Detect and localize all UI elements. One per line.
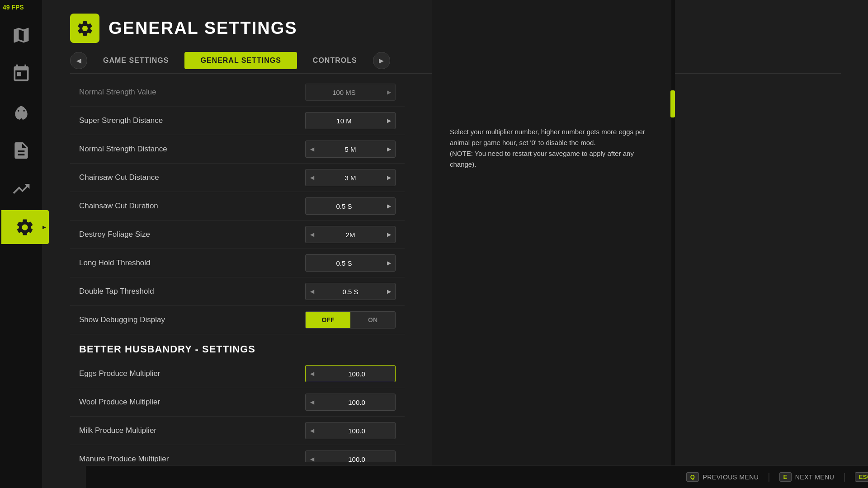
setting-normal-strength-value: Normal Strength Value 100 MS ▶: [70, 78, 405, 107]
toggle-on-button[interactable]: ON: [350, 312, 395, 328]
q-key[interactable]: Q: [686, 472, 699, 482]
value-display: 100.0: [318, 370, 395, 378]
setting-chainsaw-cut-duration: Chainsaw Cut Duration 0.5 S ▶: [70, 192, 405, 221]
value-selector[interactable]: 100 MS ▶: [305, 84, 396, 101]
value-selector[interactable]: 0.5 S ▶: [305, 197, 396, 215]
arrow-right-icon[interactable]: ▶: [382, 169, 395, 186]
arrow-left-icon[interactable]: ◀: [306, 169, 318, 186]
e-key[interactable]: E: [779, 472, 792, 482]
next-menu-label: NEXT MENU: [795, 474, 835, 481]
next-menu-action: E NEXT MENU: [779, 472, 835, 482]
arrow-right-icon[interactable]: ▶: [382, 141, 395, 158]
value-selector[interactable]: ◀ 100.0: [305, 365, 396, 382]
value-selector[interactable]: 0.5 S ▶: [305, 254, 396, 272]
setting-label: Normal Strength Value: [79, 88, 156, 97]
esc-key[interactable]: ESC: [855, 472, 868, 482]
scrollbar-thumb[interactable]: [670, 90, 675, 117]
setting-control: ◀ 5 M ▶: [305, 141, 396, 158]
arrow-right-icon[interactable]: ▶: [382, 283, 395, 300]
setting-eggs-multiplier: Eggs Produce Multiplier ◀ 100.0: [70, 360, 405, 388]
setting-control: ◀ 100.0: [305, 394, 396, 411]
bottom-action-bar: Q PREVIOUS MENU | E NEXT MENU | ESC BACK: [86, 465, 868, 488]
scrollbar[interactable]: [671, 0, 675, 488]
arrow-right-icon[interactable]: ▶: [382, 112, 395, 129]
value-display: 0.5 S: [306, 259, 382, 267]
arrow-left-icon[interactable]: ◀: [306, 283, 318, 300]
header-icon: [70, 14, 99, 43]
value-selector[interactable]: ◀ 0.5 S ▶: [305, 283, 396, 300]
sidebar-item-map[interactable]: [5, 18, 38, 52]
value-display: 100.0: [318, 427, 395, 435]
settings-scroll-area[interactable]: Normal Strength Value 100 MS ▶ Super Str…: [43, 74, 432, 462]
arrow-right-icon[interactable]: ▶: [382, 254, 395, 272]
setting-destroy-foliage-size: Destroy Foliage Size ◀ 2M ▶: [70, 221, 405, 249]
arrow-right-icon[interactable]: ▶: [382, 197, 395, 215]
sidebar-item-animals[interactable]: [5, 95, 38, 129]
value-display: 3 M: [318, 174, 382, 182]
toggle-control[interactable]: OFF ON: [305, 311, 396, 328]
setting-label: Show Debugging Display: [79, 315, 165, 324]
setting-manure-multiplier: Manure Produce Multiplier ◀ 100.0: [70, 445, 405, 462]
value-selector[interactable]: ◀ 2M ▶: [305, 226, 396, 243]
prev-menu-action: Q PREVIOUS MENU: [686, 472, 759, 482]
setting-control: ◀ 100.0: [305, 450, 396, 462]
main-content: GENERAL SETTINGS ◀ GAME SETTINGS GENERAL…: [43, 0, 868, 488]
setting-label: Super Strength Distance: [79, 116, 163, 125]
value-display: 100 MS: [306, 89, 382, 96]
setting-debugging-display: Show Debugging Display OFF ON: [70, 306, 405, 334]
tab-general-settings[interactable]: GENERAL SETTINGS: [184, 52, 297, 69]
sidebar: ▶: [0, 0, 43, 488]
value-display: 10 M: [306, 117, 382, 125]
value-display: 5 M: [318, 145, 382, 153]
setting-label: Manure Produce Multiplier: [79, 455, 169, 462]
section-header-husbandry: BETTER HUSBANDRY - SETTINGS: [70, 334, 405, 360]
prev-menu-label: PREVIOUS MENU: [703, 474, 759, 481]
sidebar-item-settings[interactable]: ▶: [1, 210, 49, 244]
back-action: ESC BACK: [855, 472, 868, 482]
setting-super-strength-distance: Super Strength Distance 10 M ▶: [70, 107, 405, 135]
arrow-left-icon[interactable]: ◀: [306, 422, 318, 439]
tab-prev-arrow[interactable]: ◀: [70, 52, 87, 69]
tab-next-arrow[interactable]: ▶: [373, 52, 390, 69]
separator: |: [843, 472, 845, 482]
setting-label: Milk Produce Multiplier: [79, 426, 156, 435]
value-selector[interactable]: ◀ 100.0: [305, 422, 396, 439]
setting-long-hold-threshold: Long Hold Threshold 0.5 S ▶: [70, 249, 405, 277]
value-display: 100.0: [318, 455, 395, 463]
setting-control: ◀ 2M ▶: [305, 226, 396, 243]
sidebar-item-calendar[interactable]: [5, 56, 38, 90]
arrow-left-icon[interactable]: ◀: [306, 450, 318, 462]
setting-control: ◀ 100.0: [305, 365, 396, 382]
arrow-left-icon[interactable]: ◀: [306, 226, 318, 243]
fps-display: 49 FPS: [3, 4, 24, 11]
setting-chainsaw-cut-distance: Chainsaw Cut Distance ◀ 3 M ▶: [70, 164, 405, 192]
setting-control: ◀ 100.0: [305, 422, 396, 439]
arrow-right-icon[interactable]: ▶: [382, 226, 395, 243]
page-title: GENERAL SETTINGS: [108, 19, 297, 38]
value-selector[interactable]: ◀ 100.0: [305, 394, 396, 411]
right-info-panel: Select your multiplier number, higher nu…: [432, 0, 671, 488]
tab-controls[interactable]: CONTROLS: [297, 52, 373, 69]
setting-control: ◀ 3 M ▶: [305, 169, 396, 186]
setting-control: 100 MS ▶: [305, 84, 396, 101]
value-selector[interactable]: ◀ 3 M ▶: [305, 169, 396, 186]
arrow-left-icon[interactable]: ◀: [306, 394, 318, 411]
value-selector[interactable]: 10 M ▶: [305, 112, 396, 129]
setting-normal-strength-distance: Normal Strength Distance ◀ 5 M ▶: [70, 135, 405, 164]
separator: |: [768, 472, 770, 482]
value-selector[interactable]: ◀ 5 M ▶: [305, 141, 396, 158]
sidebar-item-contracts[interactable]: [5, 133, 38, 167]
setting-label: Destroy Foliage Size: [79, 230, 150, 239]
setting-double-tap-threshold: Double Tap Threshold ◀ 0.5 S ▶: [70, 277, 405, 306]
setting-label: Normal Strength Distance: [79, 145, 167, 154]
toggle-off-button[interactable]: OFF: [306, 312, 350, 328]
arrow-right-icon[interactable]: ▶: [382, 84, 395, 101]
tab-game-settings[interactable]: GAME SETTINGS: [87, 52, 184, 69]
sidebar-item-stats[interactable]: [5, 172, 38, 206]
setting-label: Eggs Produce Multiplier: [79, 369, 160, 378]
value-display: 0.5 S: [306, 202, 382, 210]
value-display: 2M: [318, 231, 382, 239]
value-selector[interactable]: ◀ 100.0: [305, 450, 396, 462]
arrow-left-icon[interactable]: ◀: [306, 365, 318, 382]
arrow-left-icon[interactable]: ◀: [306, 141, 318, 158]
